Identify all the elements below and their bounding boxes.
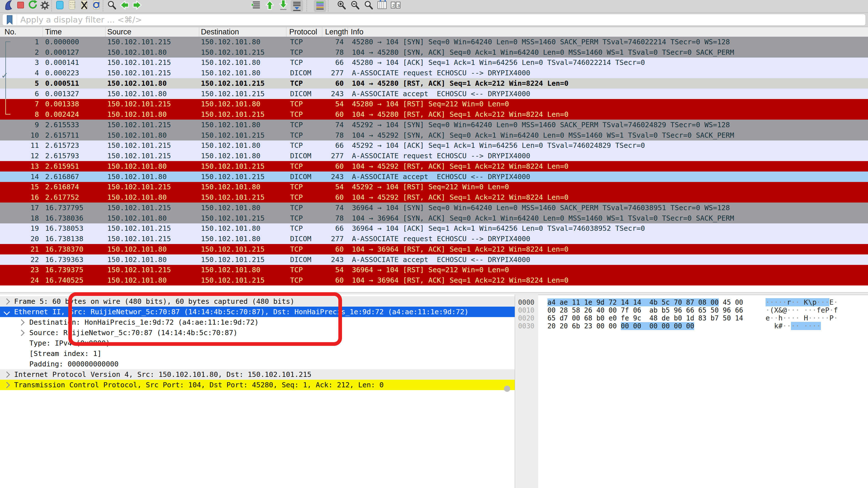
packet-row[interactable]: 2116.738370150.102.101.80 150.102.101.21… (0, 244, 868, 254)
detail-text: Internet Protocol Version 4, Src: 150.10… (14, 370, 312, 379)
details-scrollbar-thumb[interactable] (504, 386, 510, 392)
detail-row[interactable]: Source: RuijieNetwor_5c:70:87 (14:14:4b:… (0, 327, 515, 338)
detail-row[interactable]: Type: IPv4 (0x0800) (0, 338, 515, 348)
go-back-icon[interactable] (118, 0, 131, 11)
display-filter-input[interactable] (17, 15, 865, 25)
packet-row[interactable]: 92.615533150.102.101.215 150.102.101.80T… (0, 120, 868, 130)
colorize-packets-icon[interactable] (314, 0, 326, 12)
expander-chevron-icon[interactable] (18, 319, 25, 326)
hex-ascii[interactable]: ·····r·· K\p···E· (766, 298, 838, 306)
hex-ascii[interactable]: ·(X&@··· ···feP·f (766, 306, 838, 314)
packet-row[interactable]: 102.615711150.102.101.80 150.102.101.215… (0, 130, 868, 140)
column-header-source[interactable]: Source (105, 27, 199, 37)
packet-row[interactable]: 60.001327150.102.101.80 150.102.101.215D… (0, 89, 868, 99)
find-packet-icon[interactable] (105, 0, 118, 11)
hex-offset: 0000 (518, 298, 534, 306)
column-header-protocol[interactable]: Protocol (286, 27, 322, 37)
column-header-info[interactable]: Info (348, 27, 868, 37)
start-capture-icon[interactable] (2, 0, 15, 11)
expander-chevron-icon[interactable] (4, 371, 10, 378)
packet-row[interactable]: 50.000511150.102.101.80 150.102.101.215T… (0, 78, 868, 89)
related-packets-line-rst (5, 99, 6, 115)
zoom-normal-icon[interactable] (362, 0, 375, 11)
packet-row[interactable]: 132.615951150.102.101.80 150.102.101.215… (0, 161, 868, 171)
packet-row[interactable]: 2316.739375150.102.101.215 150.102.101.8… (0, 265, 868, 275)
column-header-destination[interactable]: Destination (199, 27, 286, 37)
detail-row[interactable]: Destination: HonHaiPrecis_1e:9d:72 (a4:a… (0, 317, 515, 327)
column-header-length[interactable]: Length (322, 27, 348, 37)
hex-offset: 0020 (518, 314, 534, 322)
detail-text: [Stream index: 1] (29, 350, 101, 358)
go-forward-icon[interactable] (131, 0, 143, 11)
zoom-in-icon[interactable] (335, 0, 348, 11)
capture-options-icon[interactable] (39, 0, 51, 11)
display-filter-bar (0, 13, 868, 27)
stop-capture-icon[interactable] (14, 0, 27, 11)
close-file-icon[interactable]: 010100110101110 (78, 0, 90, 11)
packet-row[interactable]: 30.000141150.102.101.215 150.102.101.80T… (0, 58, 868, 68)
column-header-time[interactable]: Time (43, 27, 105, 37)
packet-row[interactable]: 80.002424150.102.101.80 150.102.101.215T… (0, 109, 868, 120)
restart-capture-icon[interactable] (27, 0, 39, 11)
column-header-no[interactable]: No. (0, 27, 43, 37)
packet-row[interactable]: 40.000223150.102.101.215 150.102.101.80D… (0, 68, 868, 78)
detail-row[interactable]: Internet Protocol Version 4, Src: 150.10… (0, 369, 515, 380)
packet-row[interactable]: 1816.738036150.102.101.80 150.102.101.21… (0, 213, 868, 223)
expander-chevron-icon[interactable] (18, 329, 25, 336)
display-filter-input-wrap[interactable] (2, 14, 866, 26)
toolbar-separator (306, 1, 307, 11)
detail-text: Padding: 000000000000 (29, 360, 119, 368)
detail-text: Ethernet II, Src: RuijieNetwor_5c:70:87 … (14, 308, 469, 316)
detail-text: Type: IPv4 (0x0800) (29, 339, 110, 347)
detail-text: Transmission Control Protocol, Src Port:… (14, 381, 383, 389)
packet-row[interactable]: 1716.737795150.102.101.215 150.102.101.8… (0, 202, 868, 213)
hex-bytes[interactable]: 20 20 6b 23 00 00 00 00 00 00 00 00 (548, 322, 694, 330)
main-toolbar: 0101001101011100101001101011100101001101… (0, 0, 868, 13)
detail-row[interactable]: [Stream index: 1] (0, 348, 515, 359)
svg-text:01101: 01101 (70, 4, 75, 6)
packet-row[interactable]: 20.000127150.102.101.80 150.102.101.215T… (0, 47, 868, 58)
expander-chevron-icon[interactable] (4, 298, 10, 305)
toolbar-separator (328, 1, 329, 11)
detail-row[interactable]: Transmission Control Protocol, Src Port:… (0, 380, 515, 390)
packet-row[interactable]: 1916.738053150.102.101.215 150.102.101.8… (0, 223, 868, 234)
detail-row[interactable]: Ethernet II, Src: RuijieNetwor_5c:70:87 … (0, 306, 515, 317)
packet-row[interactable]: 112.615723150.102.101.215 150.102.101.80… (0, 140, 868, 151)
detail-text: Frame 5: 60 bytes on wire (480 bits), 60… (14, 297, 294, 305)
resize-columns-icon[interactable] (376, 0, 388, 11)
related-packets-line (5, 42, 6, 99)
hex-bytes[interactable]: 65 d7 00 68 b0 e0 fe 9c 48 de b0 1d 83 b… (548, 314, 743, 322)
save-file-icon[interactable]: 010100110101110 (66, 0, 78, 11)
open-file-icon[interactable] (54, 0, 66, 11)
hex-bytes[interactable]: 00 28 58 26 40 00 7f 06 ab b5 96 66 65 5… (548, 306, 743, 314)
svg-text:01010: 01010 (70, 1, 75, 4)
packet-row[interactable]: 162.617752150.102.101.80 150.102.101.215… (0, 192, 868, 202)
svg-text:3: 3 (397, 3, 400, 8)
go-last-packet-icon[interactable] (277, 0, 289, 11)
reload-file-icon[interactable]: 010100110101110 (90, 0, 102, 11)
expander-chevron-icon[interactable] (4, 308, 10, 315)
zoom-out-icon[interactable] (349, 0, 361, 11)
detail-row[interactable]: Frame 5: 60 bytes on wire (480 bits), 60… (0, 296, 515, 306)
layout-panes-icon[interactable]: 23 (390, 0, 402, 11)
packet-row[interactable]: 152.616874150.102.101.215 150.102.101.80… (0, 182, 868, 192)
hex-ascii[interactable]: e··h···· H·····P· (766, 314, 838, 322)
packet-row[interactable]: 2416.740525150.102.101.80 150.102.101.21… (0, 275, 868, 286)
detail-row[interactable]: Padding: 000000000000 (0, 359, 515, 369)
filter-bookmark-icon[interactable] (3, 14, 17, 25)
auto-scroll-icon[interactable] (291, 0, 303, 12)
packet-row[interactable]: 142.616867150.102.101.80 150.102.101.215… (0, 171, 868, 182)
hex-bytes[interactable]: a4 ae 11 1e 9d 72 14 14 4b 5c 70 87 08 0… (548, 298, 743, 306)
svg-text:2: 2 (392, 3, 395, 8)
svg-text:01110: 01110 (70, 6, 75, 8)
go-first-packet-icon[interactable] (264, 0, 276, 11)
go-to-packet-icon[interactable] (250, 0, 262, 11)
related-packets-bracket-top (5, 41, 10, 42)
hex-ascii[interactable]: k#···· ···· (766, 322, 821, 330)
packet-row[interactable]: 2216.739363150.102.101.80 150.102.101.21… (0, 254, 868, 265)
packet-row[interactable]: 10.000000150.102.101.215 150.102.101.80T… (0, 37, 868, 47)
packet-row[interactable]: 2016.738138150.102.101.215 150.102.101.8… (0, 234, 868, 244)
packet-row[interactable]: 70.001338150.102.101.215 150.102.101.80T… (0, 99, 868, 109)
expander-chevron-icon[interactable] (4, 382, 10, 388)
packet-row[interactable]: 122.615793150.102.101.215 150.102.101.80… (0, 151, 868, 161)
